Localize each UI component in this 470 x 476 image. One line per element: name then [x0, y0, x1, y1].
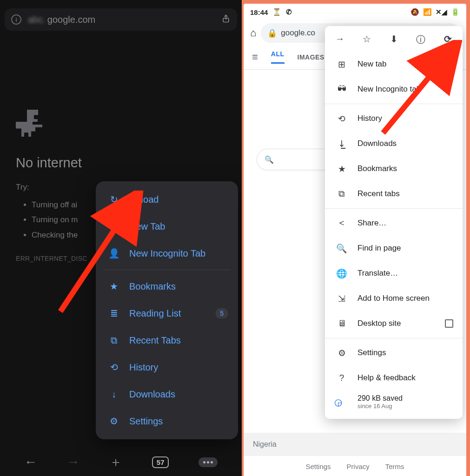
recent-tabs-icon: ⧉ [334, 189, 349, 199]
menu-item-desktop-site[interactable]: 🖥Desktop site [325, 311, 463, 336]
menu-item-recent-tabs[interactable]: ⧉Recent tabs [325, 181, 463, 206]
downloads-icon: ↓̲ [334, 139, 349, 149]
back-button[interactable]: ← [24, 455, 37, 469]
menu-item-new-incognito-tab[interactable]: 👤New Incognito Tab [96, 240, 238, 267]
search-icon: 🔍 [265, 155, 274, 164]
info-icon[interactable]: ⓘ [414, 33, 427, 46]
info-icon: i [11, 14, 21, 25]
new-tab-icon: ＋ [106, 220, 122, 233]
reload-icon[interactable]: ⟳ [441, 33, 454, 46]
data-saved-line1: 290 kB saved [357, 394, 403, 403]
menu-item-label: Downloads [129, 389, 175, 400]
add-to-home-screen-icon: ⇲ [334, 293, 349, 304]
menu-item-history[interactable]: ⟲History [96, 354, 238, 381]
menu-item-label: Reload [129, 194, 159, 205]
menu-item-label: New Incognito tab [357, 85, 421, 94]
translate--icon: 🌐 [334, 268, 349, 279]
menu-item-bookmarks[interactable]: ★Bookmarks [325, 156, 463, 181]
lock-icon: 🔒 [267, 28, 277, 38]
menu-item-label: Find in page [357, 244, 401, 253]
dino-icon [16, 110, 44, 137]
offline-heading: No internet [16, 155, 226, 171]
tab-images[interactable]: IMAGES [298, 53, 324, 61]
menu-item-reading-list[interactable]: ≣Reading List5 [96, 300, 238, 327]
star-icon[interactable]: ☆ [360, 33, 373, 46]
desktop-site-icon: 🖥 [334, 318, 349, 329]
share-icon[interactable] [221, 14, 231, 26]
data-saver-icon: ◶ [334, 397, 349, 408]
menu-item-new-tab[interactable]: ⊞New tab [325, 52, 463, 77]
url-text: google.co [281, 28, 315, 38]
recent-tabs-icon: ⧉ [106, 335, 122, 346]
footer-link[interactable]: Settings [305, 463, 331, 470]
menu-divider [325, 338, 463, 338]
bookmarks-icon: ★ [334, 164, 349, 174]
menu-item-label: Recent tabs [357, 189, 400, 198]
menu-item-downloads[interactable]: ↓̲Downloads [325, 131, 463, 156]
history-icon: ⟲ [106, 362, 122, 373]
bottom-toolbar: ← → ＋ 57 [0, 448, 242, 476]
menu-item-bookmarks[interactable]: ★Bookmarks [96, 273, 238, 300]
url-host: google.com [47, 14, 95, 25]
menu-item-find-in-page[interactable]: 🔍Find in page [325, 236, 463, 261]
menu-item-settings[interactable]: ⚙Settings [96, 408, 238, 435]
footer-links: Settings Privacy Terms [244, 456, 466, 476]
menu-item-settings[interactable]: ⚙Settings [325, 340, 463, 365]
menu-item-label: Reading List [129, 308, 181, 319]
menu-divider [325, 208, 463, 209]
menu-item-label: Settings [357, 348, 386, 357]
new-tab-button[interactable]: ＋ [109, 453, 122, 471]
menu-item-label: Bookmarks [357, 164, 397, 173]
footer-link[interactable]: Privacy [347, 463, 370, 470]
page-footer: Nigeria Settings Privacy Terms [244, 433, 466, 476]
badge: 5 [216, 308, 228, 318]
menu-item-label: Translate… [357, 269, 398, 278]
help-feedback-icon: ? [334, 373, 349, 383]
tab-all[interactable]: ALL [271, 50, 285, 64]
chrome-menu: → ☆ ⬇ ⓘ ⟳ ⊞New tab🕶New Incognito tab⟲His… [325, 26, 463, 419]
address-bar[interactable]: i abc. google.com [5, 8, 237, 31]
forward-button[interactable]: → [66, 455, 79, 469]
tabs-count-button[interactable]: 57 [152, 456, 169, 468]
menu-item-label: History [357, 114, 382, 123]
more-button[interactable] [199, 457, 218, 467]
wifi-icon: 📶 [423, 8, 432, 16]
downloads-icon: ↓ [106, 389, 122, 400]
menu-item-downloads[interactable]: ↓Downloads [96, 381, 238, 408]
share--icon: < [334, 218, 349, 228]
data-saved-item[interactable]: ◶ 290 kB saved since 16 Aug [325, 390, 463, 414]
bookmarks-icon: ★ [106, 281, 122, 292]
menu-item-new-tab[interactable]: ＋New Tab [96, 213, 238, 240]
notification-off-icon: 🔕 [410, 8, 419, 16]
status-time: 18:44 [250, 8, 268, 16]
new-incognito-tab-icon: 👤 [106, 248, 122, 259]
menu-item-help-feedback[interactable]: ?Help & feedback [325, 365, 463, 390]
data-saved-line2: since 16 Aug [357, 403, 403, 410]
right-android-panel: 18:44 ⏳ ✆ 🔕 📶 ✕◢ 🔋 ⌂ 🔒 google.co ≡ ALL I… [244, 4, 466, 476]
menu-item-label: Recent Tabs [129, 335, 181, 346]
settings-icon: ⚙ [334, 348, 349, 358]
hamburger-icon[interactable]: ≡ [252, 51, 258, 63]
checkbox[interactable] [445, 319, 453, 328]
menu-item-label: Desktop site [357, 319, 401, 328]
home-button[interactable]: ⌂ [250, 27, 256, 39]
menu-item-recent-tabs[interactable]: ⧉Recent Tabs [96, 327, 238, 354]
menu-divider [325, 104, 463, 104]
status-bar: 18:44 ⏳ ✆ 🔕 📶 ✕◢ 🔋 [244, 4, 466, 18]
menu-item-label: Help & feedback [357, 373, 416, 383]
menu-item-label: History [129, 362, 158, 373]
history-icon: ⟲ [334, 113, 349, 124]
reading-list-icon: ≣ [106, 308, 122, 319]
menu-item-translate-[interactable]: 🌐Translate… [325, 261, 463, 286]
download-icon[interactable]: ⬇ [387, 33, 400, 46]
find-in-page-icon: 🔍 [334, 243, 349, 254]
menu-item-add-to-home-screen[interactable]: ⇲Add to Home screen [325, 286, 463, 311]
footer-link[interactable]: Terms [385, 463, 404, 470]
menu-item-new-incognito-tab[interactable]: 🕶New Incognito tab [325, 77, 463, 102]
menu-item-reload[interactable]: ↻Reload [96, 186, 238, 213]
menu-item-label: New tab [357, 60, 386, 69]
menu-item-history[interactable]: ⟲History [325, 106, 463, 131]
menu-item-share-[interactable]: <Share… [325, 211, 463, 236]
forward-icon[interactable]: → [333, 33, 346, 46]
menu-item-label: New Incognito Tab [129, 248, 205, 259]
